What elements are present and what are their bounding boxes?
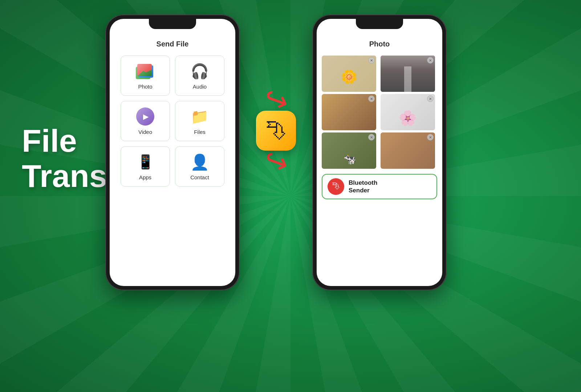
grid-item-apps[interactable]: 📱 Apps [121,146,170,187]
photo-icon [136,62,155,81]
grid-item-files[interactable]: 📁 Files [175,101,224,141]
grid-item-contact[interactable]: 👤 Contact [175,146,224,187]
close-badge-3[interactable]: ✕ [368,95,375,102]
left-phone-screen: Send File Photo 🎧 [110,19,235,286]
bluetooth-badge: ⮷ [256,111,296,151]
video-label: Video [138,129,152,135]
photo-thumb-6[interactable]: ✕ [381,132,435,169]
photo-grid: ✕ ✕ ✕ ✕ ✕ ✕ [322,56,437,169]
close-badge-1[interactable]: ✕ [368,57,375,64]
photo-thumb-5[interactable]: ✕ [322,132,376,169]
apps-label: Apps [139,174,151,180]
audio-icon: 🎧 [190,62,209,81]
grid-item-audio[interactable]: 🎧 Audio [175,56,224,96]
center-transfer-area: ↩ ⮷ ↪ [240,58,312,203]
bluetooth-sender-button[interactable]: ⮷ BluetoothSender [322,174,437,199]
bluetooth-symbol: ⮷ [265,119,287,143]
close-badge-2[interactable]: ✕ [427,57,434,64]
grid-item-video[interactable]: Video [121,101,170,141]
close-badge-6[interactable]: ✕ [427,134,434,140]
photo-thumb-1[interactable]: ✕ [322,56,376,92]
file-type-grid: Photo 🎧 Audio Video [117,56,228,187]
contact-icon: 👤 [190,152,209,171]
photo-label: Photo [138,83,152,90]
photo-thumb-2[interactable]: ✕ [381,56,435,92]
right-notch [356,19,403,29]
photo-thumb-3[interactable]: ✕ [322,94,376,130]
bluetooth-sender-icon: ⮷ [328,178,344,195]
grid-item-photo[interactable]: Photo [121,56,170,96]
apps-icon: 📱 [136,152,155,171]
audio-label: Audio [193,83,207,90]
photo-thumb-4[interactable]: ✕ [381,94,435,130]
right-phone: Photo ✕ ✕ ✕ ✕ ✕ ✕ [312,15,447,290]
left-screen-title: Send File [117,40,228,48]
left-phone: Send File Photo 🎧 [105,15,240,290]
bluetooth-sender-label: BluetoothSender [349,179,377,195]
video-icon [136,107,155,126]
close-badge-5[interactable]: ✕ [368,134,375,140]
left-screen-content: Send File Photo 🎧 [110,19,235,194]
left-notch [149,19,196,29]
right-phone-screen: Photo ✕ ✕ ✕ ✕ ✕ ✕ [317,19,442,286]
files-label: Files [194,129,206,135]
contact-label: Contact [190,174,209,180]
files-icon: 📁 [190,107,209,126]
right-screen-title: Photo [322,40,437,48]
close-badge-4[interactable]: ✕ [427,95,434,102]
right-screen-content: Photo ✕ ✕ ✕ ✕ ✕ ✕ [317,19,442,204]
